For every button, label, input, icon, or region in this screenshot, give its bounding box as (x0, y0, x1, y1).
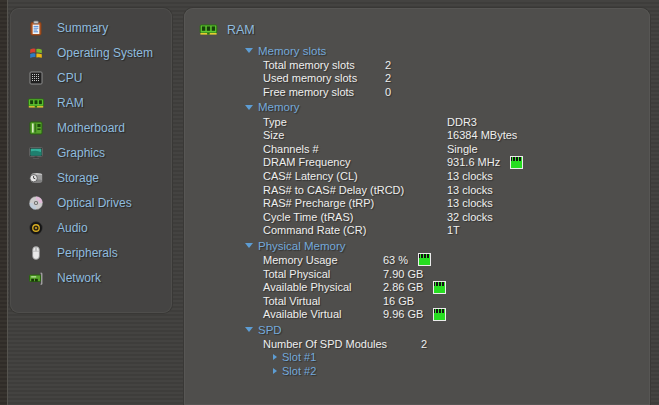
monitor-icon (28, 145, 44, 161)
row-label: Free memory slots (263, 86, 385, 98)
page-title: RAM (227, 23, 255, 37)
info-row: Total Virtual16 GB (263, 294, 650, 308)
mouse-icon (28, 245, 44, 261)
sidebar-item-label: RAM (57, 96, 84, 110)
sidebar-item-label: Operating System (57, 46, 153, 60)
row-label: Number Of SPD Modules (263, 338, 421, 350)
collapse-triangle-icon (245, 48, 253, 53)
windows-icon (28, 45, 44, 61)
sidebar-item-label: Peripherals (57, 246, 118, 260)
slot-link-label: Slot #1 (282, 351, 316, 363)
info-row: Channels #Single (263, 142, 650, 156)
sidebar-item-operating-system[interactable]: Operating System (10, 40, 172, 65)
row-label: Size (263, 129, 447, 141)
sidebar-item-cpu[interactable]: CPU (10, 65, 172, 90)
expand-triangle-icon (273, 354, 277, 360)
row-label: CAS# Latency (CL) (263, 170, 447, 182)
sidebar-menu: SummaryOperating SystemCPURAMMotherboard… (10, 8, 172, 290)
cd-disc-icon (28, 195, 44, 211)
row-label: Used memory slots (263, 72, 385, 84)
row-label: Available Physical (263, 281, 383, 293)
sidebar-item-motherboard[interactable]: Motherboard (10, 115, 172, 140)
sidebar-item-label: Audio (57, 221, 88, 235)
row-value: DDR3 (447, 116, 477, 128)
speaker-icon (28, 220, 44, 236)
section-label: Physical Memory (258, 240, 346, 252)
row-value: 931.6 MHz (447, 156, 500, 168)
sidebar-item-summary[interactable]: Summary (10, 15, 172, 40)
sidebar-item-storage[interactable]: Storage (10, 165, 172, 190)
sidebar-item-peripherals[interactable]: Peripherals (10, 240, 172, 265)
section-header-memory-slots[interactable]: Memory slots (245, 43, 650, 58)
row-value: 16 GB (383, 295, 414, 307)
info-row: DRAM Frequency931.6 MHz (263, 156, 650, 170)
section-header-physical-memory[interactable]: Physical Memory (245, 238, 650, 253)
row-value: 7.90 GB (383, 268, 423, 280)
sidebar-panel: SummaryOperating SystemCPURAMMotherboard… (10, 8, 172, 313)
row-label: Type (263, 116, 447, 128)
section-label: Memory (258, 101, 300, 113)
sidebar-item-label: Network (57, 271, 101, 285)
info-row: Used memory slots2 (263, 72, 650, 86)
info-row: Total memory slots2 (263, 58, 650, 72)
collapse-triangle-icon (245, 327, 253, 332)
clipboard-icon (28, 20, 44, 36)
section-label: SPD (258, 324, 282, 336)
row-value: 1T (447, 224, 460, 236)
row-value: Single (447, 143, 478, 155)
row-value: 2 (385, 72, 391, 84)
sidebar-item-label: Summary (57, 21, 108, 35)
info-row: RAS# Precharge (tRP)13 clocks (263, 196, 650, 210)
row-value: 13 clocks (447, 184, 493, 196)
info-row: Command Rate (CR)1T (263, 224, 650, 238)
sidebar-item-network[interactable]: Network (10, 265, 172, 290)
sidebar-item-audio[interactable]: Audio (10, 215, 172, 240)
row-value: 63 % (383, 254, 408, 266)
row-label: Available Virtual (263, 308, 383, 320)
row-label: Cycle Time (tRAS) (263, 211, 447, 223)
info-row: Cycle Time (tRAS)32 clocks (263, 210, 650, 224)
info-row: TypeDDR3 (263, 115, 650, 129)
sidebar-item-label: Motherboard (57, 121, 125, 135)
sidebar-item-optical-drives[interactable]: Optical Drives (10, 190, 172, 215)
info-row: CAS# Latency (CL)13 clocks (263, 169, 650, 183)
content-panel: RAM Memory slotsTotal memory slots2Used … (184, 8, 650, 405)
row-label: RAS# to CAS# Delay (tRCD) (263, 184, 447, 196)
section-label: Memory slots (258, 45, 326, 57)
row-label: Memory Usage (263, 254, 383, 266)
sidebar-item-label: CPU (57, 71, 82, 85)
row-label: Total Physical (263, 268, 383, 280)
live-graph-icon[interactable] (433, 281, 446, 294)
row-value: 0 (385, 86, 391, 98)
live-graph-icon[interactable] (418, 253, 431, 266)
slot-link-label: Slot #2 (282, 365, 316, 377)
section-header-spd[interactable]: SPD (245, 322, 650, 337)
slot-link-2[interactable]: Slot #2 (273, 364, 650, 378)
window-edge-left (0, 0, 8, 405)
motherboard-icon (28, 120, 44, 136)
sidebar-item-ram[interactable]: RAM (10, 90, 172, 115)
row-value: 13 clocks (447, 170, 493, 182)
sidebar-item-label: Storage (57, 171, 99, 185)
ram-icon (199, 22, 218, 37)
info-row: Memory Usage63 % (263, 253, 650, 267)
row-value: 2 (421, 338, 427, 350)
live-graph-icon[interactable] (510, 156, 523, 169)
sidebar-item-graphics[interactable]: Graphics (10, 140, 172, 165)
row-value: 16384 MBytes (447, 129, 517, 141)
expand-triangle-icon (273, 368, 277, 374)
row-value: 9.96 GB (383, 308, 423, 320)
sidebar-item-label: Optical Drives (57, 196, 132, 210)
info-row: RAS# to CAS# Delay (tRCD)13 clocks (263, 183, 650, 197)
live-graph-icon[interactable] (433, 308, 446, 321)
page-header: RAM (184, 8, 650, 38)
row-value: 13 clocks (447, 197, 493, 209)
ram-icon (28, 95, 44, 111)
collapse-triangle-icon (245, 243, 253, 248)
section-header-memory[interactable]: Memory (245, 100, 650, 115)
row-label: Command Rate (CR) (263, 224, 447, 236)
slot-link-1[interactable]: Slot #1 (273, 351, 650, 365)
row-label: DRAM Frequency (263, 156, 447, 168)
info-sections: Memory slotsTotal memory slots2Used memo… (184, 43, 650, 378)
row-value: 32 clocks (447, 211, 493, 223)
